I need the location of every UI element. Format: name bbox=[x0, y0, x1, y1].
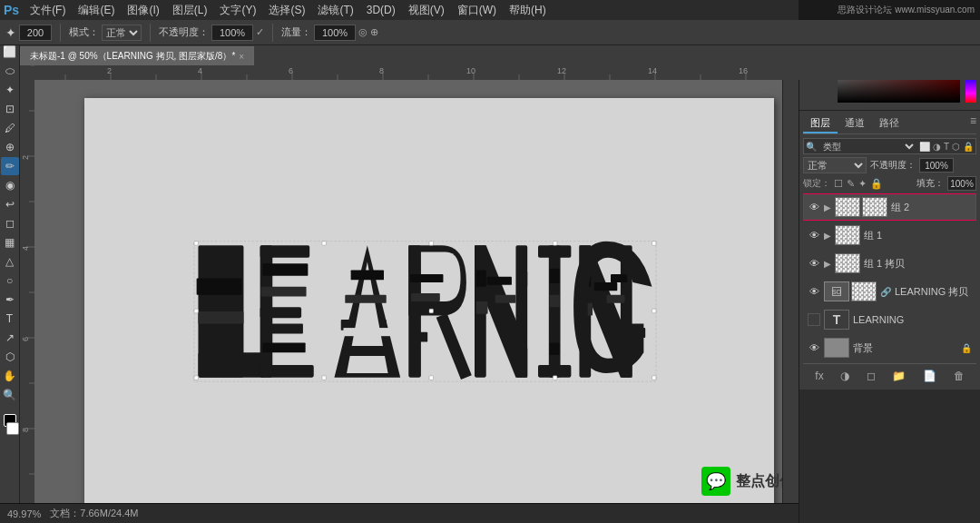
tool-eyedropper[interactable]: 🖊 bbox=[1, 119, 19, 137]
airbrush-icon: ◎ bbox=[358, 26, 368, 38]
layer-new-btn[interactable]: 📄 bbox=[921, 368, 938, 384]
tool-gradient[interactable]: ▦ bbox=[1, 233, 19, 252]
opacity-input[interactable] bbox=[919, 158, 954, 173]
lock-position-icon[interactable]: ✦ bbox=[858, 178, 867, 190]
tool-hand[interactable]: ✋ bbox=[1, 367, 19, 385]
blend-mode-select[interactable]: 正常 bbox=[803, 157, 867, 173]
menu-type[interactable]: 文字(Y) bbox=[214, 1, 261, 20]
tool-heal[interactable]: ⊕ bbox=[1, 138, 19, 156]
menu-image[interactable]: 图像(I) bbox=[122, 1, 164, 20]
kind-smart-icon[interactable]: 🔒 bbox=[963, 142, 974, 152]
menu-file[interactable]: 文件(F) bbox=[24, 1, 71, 20]
layer-visibility-group1[interactable]: 👁 bbox=[808, 229, 820, 242]
layer-item-bg[interactable]: 👁 背景 🔒 bbox=[803, 334, 976, 361]
tool-shape[interactable]: ⬡ bbox=[1, 348, 19, 366]
tool-pen[interactable]: ✒ bbox=[1, 291, 19, 309]
ruler-horizontal: 2 4 6 8 10 12 14 16 bbox=[20, 65, 980, 80]
tab-close-btn[interactable]: × bbox=[239, 52, 244, 62]
layers-search-row: 🔍 类型 ⬜ ◑ T ⬡ 🔒 bbox=[803, 138, 976, 154]
layer-expand-group2[interactable]: ▶ bbox=[824, 202, 831, 212]
kind-filter-select[interactable]: 类型 bbox=[819, 141, 916, 153]
opacity-input[interactable] bbox=[211, 25, 253, 41]
flow-input[interactable] bbox=[314, 25, 356, 41]
svg-rect-64 bbox=[411, 293, 440, 301]
layer-expand-group1[interactable]: ▶ bbox=[824, 231, 831, 241]
kind-adjust-icon[interactable]: ◑ bbox=[933, 142, 941, 152]
tool-history[interactable]: ↩ bbox=[1, 195, 19, 213]
brush-size-input[interactable] bbox=[19, 25, 52, 41]
layer-mask-btn[interactable]: ◑ bbox=[838, 368, 851, 384]
layer-item-learning-text[interactable]: T LEARNING bbox=[803, 306, 976, 333]
tool-brush[interactable]: ✏ bbox=[1, 157, 19, 175]
lock-transparent-icon[interactable]: ☐ bbox=[834, 178, 843, 190]
tool-blur[interactable]: △ bbox=[1, 252, 19, 271]
fill-input[interactable] bbox=[947, 176, 976, 191]
mode-control: 模式： 正常 bbox=[69, 25, 142, 41]
layer-thumb2-learning-copy bbox=[851, 281, 877, 301]
background-color-btn[interactable] bbox=[6, 422, 19, 435]
tool-text[interactable]: T bbox=[1, 310, 19, 328]
layer-fx-btn[interactable]: fx bbox=[813, 368, 825, 384]
layer-visibility-bg[interactable]: 👁 bbox=[808, 341, 820, 354]
layers-tab-paths[interactable]: 路径 bbox=[872, 114, 906, 133]
separator-3 bbox=[272, 24, 273, 42]
lock-all-icon[interactable]: 🔒 bbox=[870, 178, 883, 190]
menu-3d[interactable]: 3D(D) bbox=[361, 2, 401, 18]
tool-dodge[interactable]: ○ bbox=[1, 271, 19, 290]
layer-visibility-learning-text[interactable] bbox=[808, 313, 820, 326]
layer-group-btn[interactable]: 📁 bbox=[890, 368, 907, 384]
lock-image-icon[interactable]: ✎ bbox=[847, 178, 855, 190]
layers-panel-menu-icon[interactable]: ≡ bbox=[970, 114, 976, 133]
layer-name-group1-copy: 组 1 拷贝 bbox=[864, 257, 972, 271]
tool-lasso[interactable]: ⬭ bbox=[1, 62, 19, 80]
menu-help[interactable]: 帮助(H) bbox=[504, 1, 552, 20]
layer-visibility-group2[interactable]: 👁 bbox=[808, 201, 820, 213]
layer-thumb-group2 bbox=[835, 197, 860, 217]
layer-visibility-learning-copy[interactable]: 👁 bbox=[808, 285, 820, 298]
svg-rect-45 bbox=[200, 336, 242, 349]
layer-thumb2-group2 bbox=[862, 197, 887, 217]
layers-tab-layers[interactable]: 图层 bbox=[803, 114, 838, 133]
layer-item-group1-copy[interactable]: 👁 ▶ 组 1 拷贝 bbox=[803, 250, 976, 277]
svg-rect-72 bbox=[487, 277, 512, 285]
svg-rect-63 bbox=[410, 274, 443, 282]
svg-rect-90 bbox=[612, 328, 645, 338]
kind-shape-icon[interactable]: ⬡ bbox=[952, 142, 960, 152]
layer-item-group2[interactable]: 👁 ▶ 组 2 bbox=[803, 193, 976, 221]
layers-tabs: 图层 通道 路径 ≡ bbox=[803, 114, 976, 134]
canvas-tab[interactable]: 未标题-1 @ 50%（LEARNING 拷贝, 图层家版/8）* × bbox=[20, 46, 254, 65]
tool-eraser[interactable]: ◻ bbox=[1, 214, 19, 232]
opacity-label: 不透明度： bbox=[159, 25, 209, 39]
mode-select[interactable]: 正常 bbox=[102, 25, 142, 41]
layer-adjustment-btn[interactable]: ◻ bbox=[865, 368, 877, 384]
tool-stamp[interactable]: ◉ bbox=[1, 176, 19, 194]
menu-layer[interactable]: 图层(L) bbox=[167, 1, 213, 20]
menu-select[interactable]: 选择(S) bbox=[263, 1, 310, 20]
menu-edit[interactable]: 编辑(E) bbox=[73, 1, 120, 20]
svg-rect-91 bbox=[194, 242, 199, 246]
layers-bottom-bar: fx ◑ ◻ 📁 📄 🗑 bbox=[803, 363, 976, 386]
svg-rect-101 bbox=[429, 376, 434, 380]
svg-rect-98 bbox=[652, 309, 656, 313]
canvas-document: .ltr { fill: #1a1a1a; } .ltr-dark { fill… bbox=[84, 98, 774, 503]
layers-tab-channels[interactable]: 通道 bbox=[838, 114, 872, 133]
tool-marquee[interactable]: ⬜ bbox=[1, 43, 19, 61]
svg-rect-102 bbox=[553, 376, 557, 380]
menu-filter[interactable]: 滤镜(T) bbox=[312, 1, 358, 20]
tool-magic-wand[interactable]: ✦ bbox=[1, 81, 19, 99]
menu-window[interactable]: 窗口(W) bbox=[452, 1, 502, 20]
options-bar: ✦ 模式： 正常 不透明度： ✓ 流量： ◎ ⊕ bbox=[0, 20, 980, 45]
layer-item-group1[interactable]: 👁 ▶ 组 1 bbox=[803, 222, 976, 249]
kind-pixel-icon[interactable]: ⬜ bbox=[919, 142, 930, 152]
tool-zoom[interactable]: 🔍 bbox=[1, 386, 19, 404]
tool-path-select[interactable]: ↗ bbox=[1, 329, 19, 347]
layer-expand-group1-copy[interactable]: ▶ bbox=[824, 259, 831, 269]
menu-view[interactable]: 视图(V) bbox=[403, 1, 450, 20]
kind-text-icon[interactable]: T bbox=[944, 142, 949, 152]
layer-item-learning-copy[interactable]: 👁 SO 🔗 LEARNING 拷贝 bbox=[803, 278, 976, 305]
tool-crop[interactable]: ⊡ bbox=[1, 100, 19, 118]
layers-panel: 图层 通道 路径 ≡ 🔍 类型 ⬜ ◑ T ⬡ 🔒 正常 不透 bbox=[799, 111, 980, 390]
opacity-label: 不透明度： bbox=[870, 159, 916, 172]
layer-visibility-group1-copy[interactable]: 👁 bbox=[808, 257, 820, 270]
layer-delete-btn[interactable]: 🗑 bbox=[952, 368, 966, 384]
